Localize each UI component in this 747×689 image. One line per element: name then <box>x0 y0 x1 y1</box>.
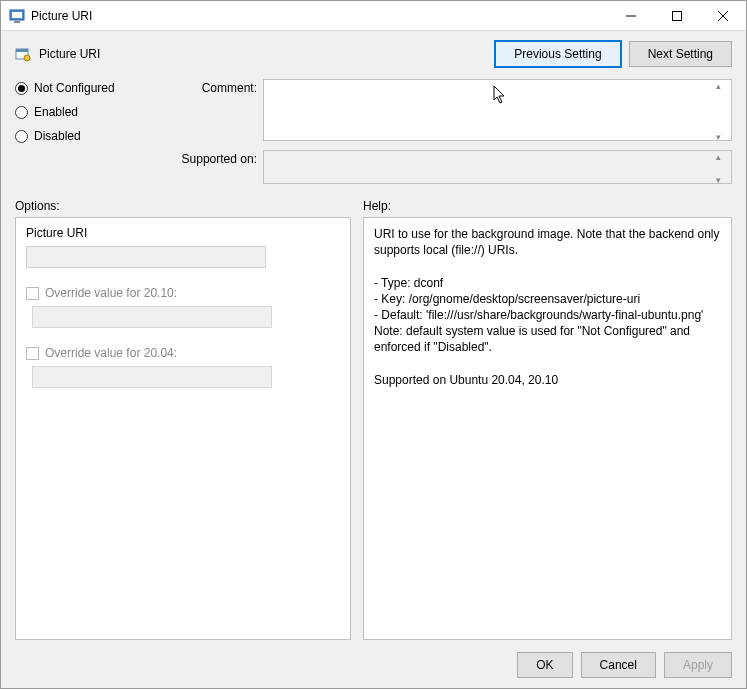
radio-label: Enabled <box>34 105 78 119</box>
radio-disabled[interactable]: Disabled <box>15 129 155 143</box>
maximize-button[interactable] <box>654 1 700 31</box>
help-label: Help: <box>363 199 391 213</box>
comment-label: Comment: <box>167 79 257 95</box>
override-20-10-input[interactable] <box>32 306 272 328</box>
radio-label: Not Configured <box>34 81 115 95</box>
previous-setting-button[interactable]: Previous Setting <box>495 41 620 67</box>
cancel-button[interactable]: Cancel <box>581 652 656 678</box>
dialog-content: Picture URI Previous Setting Next Settin… <box>1 31 746 688</box>
option-main-input[interactable] <box>26 246 266 268</box>
policy-title: Picture URI <box>39 47 100 61</box>
radio-icon <box>15 130 28 143</box>
minimize-icon <box>626 11 636 21</box>
radio-not-configured[interactable]: Not Configured <box>15 81 155 95</box>
svg-rect-1 <box>12 12 22 18</box>
radio-enabled[interactable]: Enabled <box>15 105 155 119</box>
apply-button[interactable]: Apply <box>664 652 732 678</box>
minimize-button[interactable] <box>608 1 654 31</box>
next-setting-button[interactable]: Next Setting <box>629 41 732 67</box>
policy-icon <box>15 46 31 62</box>
app-icon <box>9 8 25 24</box>
supported-label: Supported on: <box>167 150 257 166</box>
svg-rect-2 <box>14 21 20 23</box>
header-row: Picture URI Previous Setting Next Settin… <box>15 41 732 67</box>
radio-label: Disabled <box>34 129 81 143</box>
upper-area: Not Configured Enabled Disabled Comment:… <box>15 79 732 187</box>
close-button[interactable] <box>700 1 746 31</box>
state-radio-group: Not Configured Enabled Disabled <box>15 79 155 187</box>
override-20-10-row[interactable]: Override value for 20.10: <box>26 286 340 300</box>
titlebar: Picture URI <box>1 1 746 31</box>
checkbox-icon <box>26 347 39 360</box>
radio-icon <box>15 82 28 95</box>
options-panel: Picture URI Override value for 20.10: Ov… <box>15 217 351 640</box>
radio-icon <box>15 106 28 119</box>
supported-textarea <box>263 150 732 184</box>
options-label: Options: <box>15 199 363 213</box>
svg-rect-8 <box>16 49 28 52</box>
panels: Picture URI Override value for 20.10: Ov… <box>15 217 732 640</box>
window-title: Picture URI <box>31 9 92 23</box>
ok-button[interactable]: OK <box>517 652 572 678</box>
close-icon <box>718 11 728 21</box>
footer-buttons: OK Cancel Apply <box>15 640 732 678</box>
override-label: Override value for 20.10: <box>45 286 177 300</box>
override-20-04-input[interactable] <box>32 366 272 388</box>
checkbox-icon <box>26 287 39 300</box>
svg-rect-4 <box>673 11 682 20</box>
override-label: Override value for 20.04: <box>45 346 177 360</box>
maximize-icon <box>672 11 682 21</box>
option-title: Picture URI <box>26 226 340 240</box>
panel-labels: Options: Help: <box>15 199 732 213</box>
override-20-04-row[interactable]: Override value for 20.04: <box>26 346 340 360</box>
comment-textarea[interactable] <box>263 79 732 141</box>
svg-point-9 <box>24 55 30 61</box>
help-panel: URI to use for the background image. Not… <box>363 217 732 640</box>
